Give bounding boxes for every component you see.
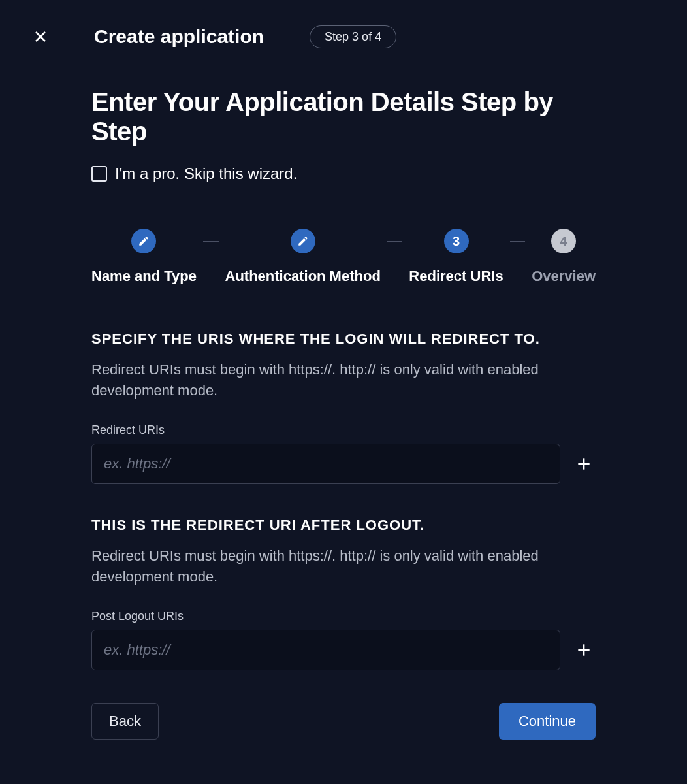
pencil-icon — [291, 229, 315, 253]
header: Create application Step 3 of 4 — [0, 0, 687, 61]
page-title: Enter Your Application Details Step by S… — [91, 88, 596, 146]
step-label: Redirect URIs — [409, 268, 503, 285]
close-button[interactable] — [29, 25, 52, 48]
content: Enter Your Application Details Step by S… — [0, 88, 687, 740]
continue-button[interactable]: Continue — [499, 703, 596, 740]
step-number: 4 — [551, 229, 576, 253]
step-name-and-type[interactable]: Name and Type — [91, 229, 197, 285]
section-title: SPECIFY THE URIS WHERE THE LOGIN WILL RE… — [91, 331, 596, 348]
step-number: 3 — [444, 229, 469, 253]
redirect-uri-input[interactable] — [91, 444, 560, 484]
field-label: Redirect URIs — [91, 423, 596, 437]
step-overview[interactable]: 4 Overview — [532, 229, 596, 285]
footer: Back Continue — [91, 703, 596, 740]
add-post-logout-uri-button[interactable] — [572, 638, 596, 662]
field-label: Post Logout URIs — [91, 610, 596, 623]
plus-icon — [575, 455, 592, 472]
section-description: Redirect URIs must begin with https://. … — [91, 359, 596, 401]
skip-row: I'm a pro. Skip this wizard. — [91, 165, 596, 183]
pencil-icon — [131, 229, 156, 253]
skip-label: I'm a pro. Skip this wizard. — [115, 165, 297, 183]
step-authentication-method[interactable]: Authentication Method — [225, 229, 381, 285]
step-badge: Step 3 of 4 — [310, 25, 396, 48]
step-label: Name and Type — [91, 268, 197, 285]
redirect-uri-field-row — [91, 444, 596, 484]
step-label: Authentication Method — [225, 268, 381, 285]
step-connector — [203, 241, 219, 242]
section-title: THIS IS THE REDIRECT URI AFTER LOGOUT. — [91, 517, 596, 534]
back-button[interactable]: Back — [91, 703, 159, 740]
step-label: Overview — [532, 268, 596, 285]
step-connector — [387, 241, 403, 242]
step-connector — [510, 241, 526, 242]
redirect-uris-section: SPECIFY THE URIS WHERE THE LOGIN WILL RE… — [91, 331, 596, 484]
header-title: Create application — [94, 25, 264, 48]
close-icon — [33, 29, 48, 44]
plus-icon — [575, 642, 592, 659]
add-redirect-uri-button[interactable] — [572, 452, 596, 476]
stepper: Name and Type Authentication Method 3 Re… — [91, 229, 596, 285]
post-logout-uri-input[interactable] — [91, 630, 560, 670]
section-description: Redirect URIs must begin with https://. … — [91, 546, 596, 587]
post-logout-uris-section: THIS IS THE REDIRECT URI AFTER LOGOUT. R… — [91, 517, 596, 670]
step-redirect-uris[interactable]: 3 Redirect URIs — [409, 229, 503, 285]
post-logout-uri-field-row — [91, 630, 596, 670]
skip-checkbox[interactable] — [91, 166, 107, 182]
